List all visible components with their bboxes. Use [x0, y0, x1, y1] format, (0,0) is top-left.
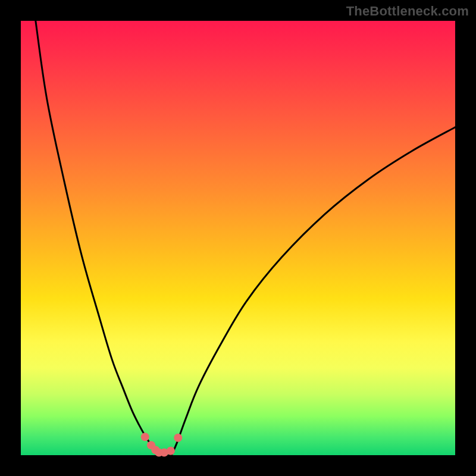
- bottleneck-chart: [0, 0, 476, 476]
- curve-right-curve: [171, 127, 455, 455]
- curve-left-curve: [36, 21, 159, 455]
- highlight-dot: [174, 434, 182, 442]
- highlight-dot: [167, 447, 175, 455]
- highlight-dot: [141, 433, 149, 441]
